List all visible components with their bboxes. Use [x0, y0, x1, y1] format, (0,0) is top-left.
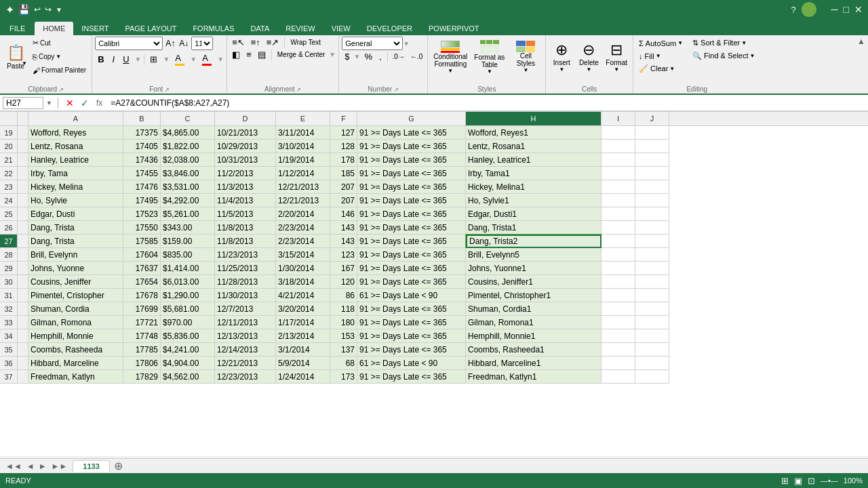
cell-J31[interactable]: [635, 289, 669, 302]
insert-button[interactable]: ⊕ Insert ▼: [549, 37, 574, 77]
font-color-button[interactable]: A: [199, 52, 214, 66]
tab-home[interactable]: HOME: [35, 22, 73, 35]
cell-B23[interactable]: 17476: [123, 180, 161, 194]
cell-G24[interactable]: 91 >= Days Late <= 365: [357, 194, 466, 207]
cell-H31[interactable]: Pimentel, Christopher1: [466, 289, 601, 302]
number-format-dropdown[interactable]: General: [342, 37, 403, 50]
cell-B29[interactable]: 17637: [123, 262, 161, 275]
cell-A24[interactable]: Ho, Sylvie: [28, 194, 123, 207]
row-header[interactable]: 28: [0, 248, 18, 262]
col-header-c[interactable]: C: [161, 112, 215, 125]
cell-H25[interactable]: Edgar, Dusti1: [466, 207, 601, 221]
cell-B32[interactable]: 17699: [123, 302, 161, 316]
cell-G37[interactable]: 91 >= Days Late <= 365: [357, 370, 466, 384]
row-header[interactable]: 27: [0, 235, 18, 248]
cell-B34[interactable]: 17748: [123, 329, 161, 343]
cell-A23[interactable]: Hickey, Melina: [28, 180, 123, 194]
cell-D34[interactable]: 12/13/2013: [215, 329, 276, 343]
cell-I35[interactable]: [601, 343, 635, 357]
bold-button[interactable]: B: [95, 54, 106, 65]
cell-E35[interactable]: 3/1/2014: [276, 343, 330, 357]
quick-access-undo[interactable]: ↩: [34, 5, 41, 14]
cell-D32[interactable]: 12/7/2013: [215, 302, 276, 316]
minimize-btn[interactable]: ─: [831, 4, 838, 15]
cell-G20[interactable]: 91 >= Days Late <= 365: [357, 140, 466, 153]
col-header-a[interactable]: A: [28, 112, 123, 125]
cell-F32[interactable]: 118: [330, 302, 357, 316]
cell-H34[interactable]: Hemphill, Monnie1: [466, 329, 601, 343]
cell-I26[interactable]: [601, 221, 635, 235]
cell-D29[interactable]: 11/25/2013: [215, 262, 276, 275]
autosum-button[interactable]: Σ AutoSum ▼: [636, 37, 686, 49]
increase-decimal-btn[interactable]: .0→: [391, 52, 407, 61]
cell-C19[interactable]: $4,865.00: [161, 126, 215, 140]
cell-E36[interactable]: 5/9/2014: [276, 357, 330, 370]
cell-A26[interactable]: Dang, Trista: [28, 221, 123, 235]
cell-F34[interactable]: 153: [330, 329, 357, 343]
cell-G26[interactable]: 91 >= Days Late <= 365: [357, 221, 466, 235]
align-center-btn[interactable]: ≡: [244, 49, 254, 60]
cell-B26[interactable]: 17550: [123, 221, 161, 235]
cell-C30[interactable]: $6,013.00: [161, 275, 215, 289]
cell-I23[interactable]: [601, 180, 635, 194]
cell-E33[interactable]: 1/17/2014: [276, 316, 330, 329]
cell-B20[interactable]: 17405: [123, 140, 161, 153]
cell-B27[interactable]: 17585: [123, 235, 161, 248]
row-header[interactable]: 25: [0, 207, 18, 221]
cell-C29[interactable]: $1,414.00: [161, 262, 215, 275]
cell-J30[interactable]: [635, 275, 669, 289]
cell-E34[interactable]: 2/13/2014: [276, 329, 330, 343]
cell-E31[interactable]: 4/21/2014: [276, 289, 330, 302]
cell-I22[interactable]: [601, 167, 635, 180]
cell-E19[interactable]: 3/11/2014: [276, 126, 330, 140]
cell-A33[interactable]: Gilman, Romona: [28, 316, 123, 329]
cell-A25[interactable]: Edgar, Dusti: [28, 207, 123, 221]
border-button[interactable]: ⊞: [147, 54, 160, 65]
cell-A30[interactable]: Cousins, Jeniffer: [28, 275, 123, 289]
cell-B36[interactable]: 17806: [123, 357, 161, 370]
close-btn[interactable]: ✕: [854, 4, 863, 15]
tab-review[interactable]: REVIEW: [277, 22, 323, 35]
cell-D22[interactable]: 11/2/2013: [215, 167, 276, 180]
format-painter-button[interactable]: 🖌 Format Painter: [30, 64, 89, 77]
cell-C25[interactable]: $5,261.00: [161, 207, 215, 221]
row-header[interactable]: 37: [0, 370, 18, 384]
cell-F29[interactable]: 167: [330, 262, 357, 275]
row-header[interactable]: 32: [0, 302, 18, 316]
cell-C32[interactable]: $5,681.00: [161, 302, 215, 316]
format-button[interactable]: ⊟ Format ▼: [603, 37, 630, 77]
cell-D23[interactable]: 11/3/2013: [215, 180, 276, 194]
cell-A27[interactable]: Dang, Trista: [28, 235, 123, 248]
cell-C34[interactable]: $5,836.00: [161, 329, 215, 343]
cell-D20[interactable]: 10/29/2013: [215, 140, 276, 153]
cell-A35[interactable]: Coombs, Rasheeda: [28, 343, 123, 357]
formula-input[interactable]: [108, 98, 865, 108]
cell-H33[interactable]: Gilman, Romona1: [466, 316, 601, 329]
tab-insert[interactable]: INSERT: [73, 22, 117, 35]
name-box-dropdown[interactable]: ▼: [46, 100, 52, 106]
cell-J23[interactable]: [635, 180, 669, 194]
tab-powerpivot[interactable]: POWERPIVOT: [420, 22, 488, 35]
cell-G32[interactable]: 91 >= Days Late <= 365: [357, 302, 466, 316]
cell-C20[interactable]: $1,822.00: [161, 140, 215, 153]
sort-filter-button[interactable]: ⇅ Sort & Filter ▼: [690, 37, 757, 49]
cancel-formula-btn[interactable]: ✕: [64, 98, 76, 108]
row-header[interactable]: 24: [0, 194, 18, 207]
cell-B30[interactable]: 17654: [123, 275, 161, 289]
cell-E30[interactable]: 3/18/2014: [276, 275, 330, 289]
cell-B33[interactable]: 17721: [123, 316, 161, 329]
cell-I37[interactable]: [601, 370, 635, 384]
cell-F35[interactable]: 137: [330, 343, 357, 357]
col-header-e[interactable]: E: [276, 112, 330, 125]
cell-H30[interactable]: Cousins, Jeniffer1: [466, 275, 601, 289]
cell-B21[interactable]: 17436: [123, 153, 161, 167]
tab-developer[interactable]: DEVELOPER: [359, 22, 420, 35]
cell-I20[interactable]: [601, 140, 635, 153]
font-shrink-btn[interactable]: A↓: [178, 39, 190, 48]
col-header-h[interactable]: H: [466, 112, 601, 125]
cell-E29[interactable]: 1/30/2014: [276, 262, 330, 275]
cell-J27[interactable]: [635, 235, 669, 248]
cell-C26[interactable]: $343.00: [161, 221, 215, 235]
cell-I28[interactable]: [601, 248, 635, 262]
align-top-left-btn[interactable]: ≡↖: [230, 37, 247, 48]
